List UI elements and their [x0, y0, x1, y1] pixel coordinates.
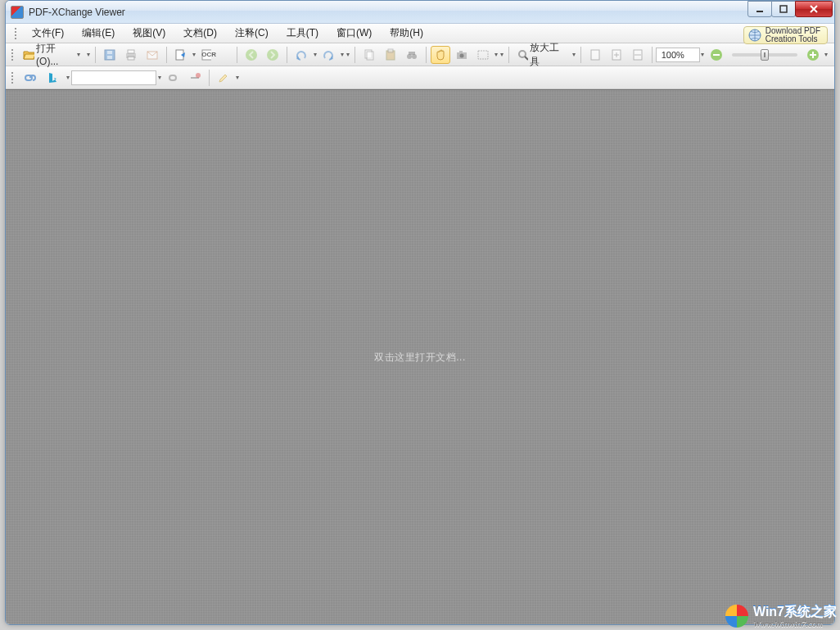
hand-tool-button[interactable] [431, 46, 450, 64]
snapshot-button[interactable] [452, 46, 472, 64]
export-icon [174, 48, 187, 61]
export-button[interactable] [171, 46, 191, 64]
copy-button[interactable] [359, 46, 379, 64]
chevron-down-icon[interactable]: ▾ [234, 74, 241, 81]
chevron-down-icon[interactable]: ▾ [312, 51, 318, 58]
svg-rect-20 [409, 52, 415, 55]
maximize-button[interactable] [771, 1, 796, 17]
document-area[interactable]: 双击这里打开文档... [6, 89, 834, 624]
toolbar-grip[interactable] [11, 71, 14, 84]
undo-button[interactable] [291, 46, 311, 64]
select-button[interactable] [473, 46, 493, 64]
zoom-input[interactable] [656, 48, 700, 62]
chevron-down-icon[interactable]: ▾ [65, 74, 71, 81]
menu-view[interactable]: 视图(V) [124, 24, 174, 43]
minimize-icon [756, 5, 764, 13]
highlight-button[interactable] [214, 69, 233, 87]
separator [355, 47, 355, 63]
separator [209, 70, 210, 86]
zoom-in-button[interactable] [803, 46, 823, 64]
folder-open-icon [23, 48, 34, 61]
chevron-down-icon[interactable]: ▾ [571, 51, 577, 58]
link-tool-button[interactable] [20, 69, 41, 87]
email-button[interactable] [142, 46, 162, 64]
page-fit-icon [611, 48, 622, 61]
redo-icon [322, 48, 335, 61]
svg-rect-4 [107, 56, 112, 59]
chevron-down-icon[interactable]: ▾ [700, 51, 706, 58]
menu-tools[interactable]: 工具(T) [278, 24, 327, 43]
nav-back-button[interactable] [242, 46, 261, 64]
bing-icon [46, 71, 61, 84]
search-clear-button[interactable] [185, 69, 205, 87]
menu-edit[interactable]: 编辑(E) [74, 24, 123, 43]
separator [237, 47, 237, 63]
ocr-button[interactable]: OCR [198, 46, 233, 64]
nav-forward-button[interactable] [263, 46, 282, 64]
menu-comment[interactable]: 注释(C) [227, 24, 277, 43]
title-bar[interactable]: PDF-XChange Viewer [6, 1, 834, 24]
search-run-button[interactable] [164, 69, 183, 87]
chevron-down-icon[interactable]: ▾ [156, 74, 163, 81]
close-button[interactable] [795, 1, 833, 17]
separator [426, 47, 427, 63]
chevron-down-icon[interactable]: ▾ [192, 51, 197, 58]
chevron-down-icon[interactable]: ▾ [339, 51, 345, 58]
separator [95, 47, 96, 63]
chevron-down-icon[interactable]: ▾ [494, 51, 499, 58]
page-actual-icon [589, 48, 601, 61]
chevron-down-icon[interactable]: ▾ [75, 51, 81, 58]
menu-window[interactable]: 窗口(W) [328, 24, 380, 43]
separator [652, 47, 653, 63]
separator [580, 47, 581, 63]
empty-placeholder: 双击这里打开文档... [374, 351, 466, 365]
mail-icon [146, 48, 159, 61]
paste-icon [384, 48, 397, 61]
search-input[interactable] [71, 70, 156, 85]
chevron-down-icon[interactable]: ▾ [345, 51, 350, 58]
minimize-button[interactable] [747, 1, 772, 17]
save-button[interactable] [100, 46, 120, 64]
download-badge-text: Download PDF Creation Tools [765, 27, 820, 44]
printer-icon [124, 48, 138, 61]
hand-icon [434, 48, 447, 61]
actual-size-button[interactable] [585, 46, 605, 64]
zoom-tool-button[interactable]: 放大工具 [513, 46, 571, 64]
slider-thumb[interactable] [761, 49, 769, 61]
window-title: PDF-XChange Viewer [29, 7, 125, 18]
download-badge-line2: Creation Tools [765, 35, 820, 44]
open-button[interactable]: 打开(O)... ▾ [20, 46, 85, 64]
fit-page-button[interactable] [607, 46, 626, 64]
chevron-down-icon[interactable]: ▾ [499, 51, 505, 58]
toolbar-secondary: ▾ ▾ ▾ [6, 66, 834, 89]
svg-rect-31 [713, 54, 720, 56]
svg-rect-24 [478, 51, 488, 59]
chevron-down-icon[interactable]: ▾ [86, 51, 92, 58]
app-window: PDF-XChange Viewer 文件(F) 编辑(E) 视图(V) 文档(… [5, 0, 835, 625]
redo-button[interactable] [318, 46, 338, 64]
find-button[interactable] [402, 46, 422, 64]
window-controls [748, 1, 833, 17]
chevron-down-icon[interactable]: ▾ [824, 51, 829, 58]
separator [287, 47, 287, 63]
save-icon [103, 48, 116, 61]
toolbar-grip[interactable] [14, 27, 17, 40]
zoom-slider[interactable] [732, 53, 797, 57]
paste-button[interactable] [381, 46, 400, 64]
menu-file[interactable]: 文件(F) [24, 24, 72, 43]
svg-rect-1 [780, 6, 787, 12]
menu-document[interactable]: 文档(D) [175, 24, 225, 43]
download-pdf-badge[interactable]: Download PDF Creation Tools [743, 26, 828, 44]
search-provider-button[interactable] [43, 69, 64, 87]
menu-help[interactable]: 帮助(H) [382, 24, 431, 43]
fit-width-button[interactable] [628, 46, 648, 64]
svg-rect-15 [367, 52, 373, 60]
zoom-out-button[interactable] [707, 46, 726, 64]
toolbar-grip[interactable] [11, 48, 14, 61]
print-button[interactable] [121, 46, 141, 64]
zoom-out-icon [710, 48, 723, 61]
copy-icon [363, 48, 376, 61]
select-icon [476, 48, 490, 61]
menu-bar: 文件(F) 编辑(E) 视图(V) 文档(D) 注释(C) 工具(T) 窗口(W… [6, 24, 834, 43]
svg-line-26 [525, 57, 528, 60]
